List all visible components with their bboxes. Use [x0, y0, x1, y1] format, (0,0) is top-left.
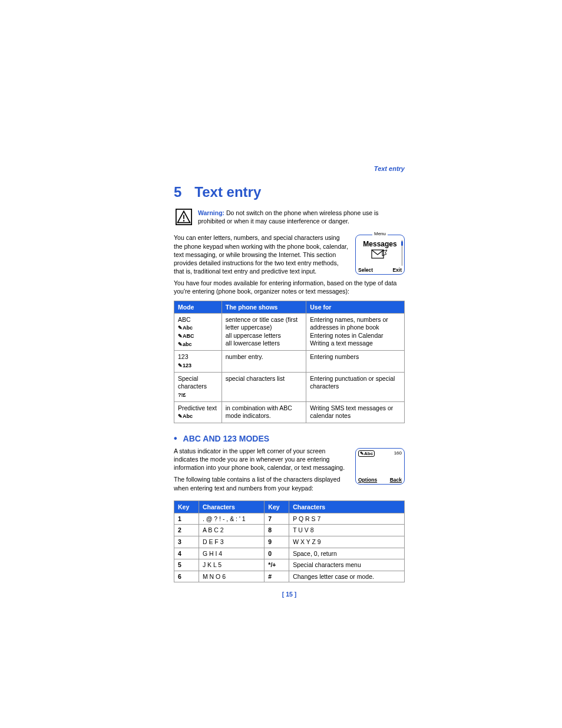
key-cell: 4: [174, 548, 199, 559]
mode-cell: Special characters?!£: [174, 372, 222, 401]
phone-screen-mode-indicator: ✎Abc: [358, 450, 375, 457]
section-abc-123-modes: • ABC AND 123 MODES: [174, 434, 405, 443]
mode-indicator-icon: ✎123: [178, 363, 218, 370]
phone-screen-left-softkey: Options: [358, 477, 377, 483]
mode-indicator-icon: ✎Abc: [178, 413, 218, 420]
mode-cell: 123✎123: [174, 351, 222, 372]
keys-header-chars-1: Characters: [199, 500, 264, 513]
phone-menu-left-softkey: Select: [358, 267, 373, 273]
page-number: [ 15 ]: [174, 591, 405, 598]
characters-cell: T U V 8: [289, 525, 405, 536]
phone-menu-title: Messages: [356, 240, 404, 248]
svg-point-3: [183, 220, 184, 221]
section-title: ABC AND 123 MODES: [183, 434, 270, 443]
warning-text: Warning: Do not switch on the phone when…: [198, 209, 405, 225]
shows-cell: sentence or title case (first letter upp…: [222, 313, 306, 351]
phone-screen-figure: ✎Abc 160 Options Back: [355, 448, 405, 485]
section2-with-figure: A status indicator in the upper left cor…: [174, 447, 405, 496]
use-cell: Entering numbers: [306, 351, 405, 372]
mode-indicator-icon: ✎ABC: [178, 333, 218, 340]
table-row: 6M N O 6#Changes letter case or mode.: [174, 571, 405, 582]
section2-paragraph-1: A status indicator in the upper left cor…: [174, 447, 349, 472]
phone-menu-figure: Menu Messages Select Exit: [355, 235, 405, 275]
keys-table: Key Characters Key Characters 1. @ ? ! -…: [174, 500, 405, 583]
characters-cell: J K L 5: [199, 559, 264, 571]
warning-body: Do not switch on the phone when wireless…: [198, 209, 379, 225]
mode-indicator-icon: ✎Abc: [178, 325, 218, 332]
characters-cell: D E F 3: [199, 536, 264, 548]
keys-header-chars-2: Characters: [289, 500, 405, 513]
mode-indicator-icon: ✎abc: [178, 341, 218, 348]
warning-block: Warning: Do not switch on the phone when…: [174, 209, 405, 225]
shows-cell: number entry.: [222, 351, 306, 372]
phone-menu-top-label: Menu: [372, 231, 388, 236]
table-row: 123✎123number entry.Entering numbers: [174, 351, 405, 372]
bullet-icon: •: [174, 434, 177, 443]
chapter-heading: 5 Text entry: [174, 184, 405, 200]
characters-cell: Space, 0, return: [289, 548, 405, 559]
characters-cell: P Q R S 7: [289, 513, 405, 525]
table-row: 5J K L 5*/+Special characters menu: [174, 559, 405, 571]
key-cell: 3: [174, 536, 199, 548]
table-row: 2A B C 28T U V 8: [174, 525, 405, 536]
key-cell: 0: [265, 548, 289, 559]
characters-cell: . @ ? ! - , & : ' 1: [199, 513, 264, 525]
phone-menu-right-softkey: Exit: [392, 267, 402, 273]
key-cell: 2: [174, 525, 199, 536]
table-row: ABC✎Abc✎ABC✎abcsentence or title case (f…: [174, 313, 405, 351]
key-cell: #: [265, 571, 289, 582]
characters-cell: G H I 4: [199, 548, 264, 559]
key-cell: 8: [265, 525, 289, 536]
intro-paragraph-2: You have four modes available for enteri…: [174, 279, 405, 295]
use-cell: Writing SMS text messages or calendar no…: [306, 401, 405, 423]
chapter-title: Text entry: [194, 184, 261, 200]
warning-label: Warning:: [198, 209, 224, 216]
table-row: 4G H I 40Space, 0, return: [174, 548, 405, 559]
phone-screen-char-count: 160: [394, 450, 402, 456]
key-cell: */+: [265, 559, 289, 571]
use-cell: Entering punctuation or special characte…: [306, 372, 405, 401]
section2-paragraph-2: The following table contains a list of t…: [174, 475, 349, 492]
key-cell: 5: [174, 559, 199, 571]
characters-cell: M N O 6: [199, 571, 264, 582]
keys-header-key-2: Key: [265, 500, 289, 513]
phone-screen-right-softkey: Back: [390, 477, 402, 483]
key-cell: 6: [174, 571, 199, 582]
shows-cell: in combination with ABC mode indicators.: [222, 401, 306, 423]
table-row: 1. @ ? ! - , & : ' 17P Q R S 7: [174, 513, 405, 525]
modes-header-shows: The phone shows: [222, 301, 306, 313]
page-content: Text entry 5 Text entry Warning: Do not …: [174, 165, 405, 598]
characters-cell: A B C 2: [199, 525, 264, 536]
mode-cell: ABC✎Abc✎ABC✎abc: [174, 313, 222, 351]
characters-cell: Changes letter case or mode.: [289, 571, 405, 582]
mode-indicator-icon: ?!£: [178, 392, 218, 399]
keys-header-key-1: Key: [174, 500, 199, 513]
intro-with-figure: You can enter letters, numbers, and spec…: [174, 233, 405, 279]
use-cell: Entering names, numbers or addresses in …: [306, 313, 405, 351]
intro-paragraph-1: You can enter letters, numbers, and spec…: [174, 233, 349, 275]
mode-cell: Predictive text✎Abc: [174, 401, 222, 423]
envelope-icon: [356, 249, 404, 261]
modes-header-use: Use for: [306, 301, 405, 313]
key-cell: 9: [265, 536, 289, 548]
shows-cell: special characters list: [222, 372, 306, 401]
characters-cell: W X Y Z 9: [289, 536, 405, 548]
running-header: Text entry: [174, 165, 405, 172]
chapter-number: 5: [174, 184, 181, 200]
key-cell: 1: [174, 513, 199, 525]
modes-table: Mode The phone shows Use for ABC✎Abc✎ABC…: [174, 301, 405, 423]
key-cell: 7: [265, 513, 289, 525]
table-row: Predictive text✎Abcin combination with A…: [174, 401, 405, 423]
characters-cell: Special characters menu: [289, 559, 405, 571]
table-row: Special characters?!£special characters …: [174, 372, 405, 401]
warning-icon: [176, 209, 192, 225]
modes-header-mode: Mode: [174, 301, 222, 313]
table-row: 3D E F 39W X Y Z 9: [174, 536, 405, 548]
